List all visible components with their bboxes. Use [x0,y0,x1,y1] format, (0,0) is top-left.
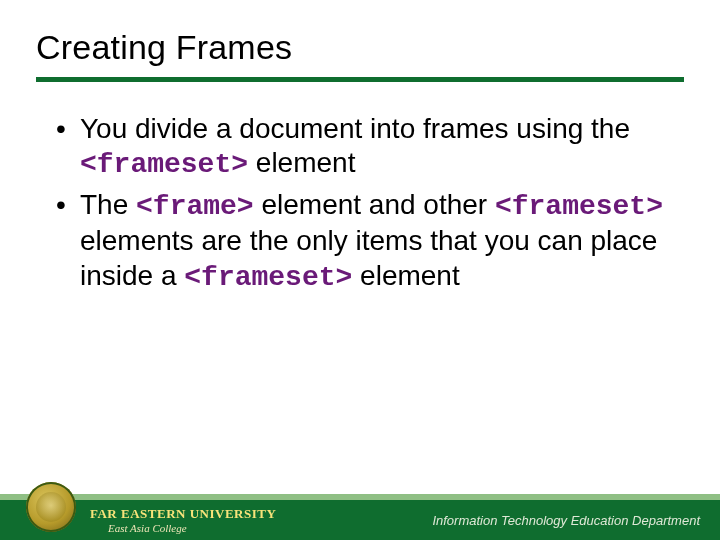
slide: Creating Frames You divide a document in… [0,0,720,540]
code-token: <frameset> [184,262,352,293]
text-run: You divide a document into frames using … [80,113,630,144]
title-wrap: Creating Frames [0,0,720,67]
university-seal-icon [26,482,76,532]
university-block: FAR EASTERN UNIVERSITY East Asia College [90,506,276,534]
footer: FAR EASTERN UNIVERSITY East Asia College… [0,480,720,540]
university-name: FAR EASTERN UNIVERSITY [90,506,276,522]
text-run: The [80,189,136,220]
code-token: <frameset> [80,149,248,180]
code-token: <frameset> [495,191,663,222]
department-name: Information Technology Education Departm… [432,513,700,528]
bullet-item: The <frame> element and other <frameset>… [56,188,664,294]
bullet-item: You divide a document into frames using … [56,112,664,182]
text-run: element [352,260,459,291]
text-run: element and other [254,189,495,220]
content-area: You divide a document into frames using … [0,82,720,295]
code-token: <frame> [136,191,254,222]
college-name: East Asia College [90,522,276,534]
bullet-list: You divide a document into frames using … [56,112,664,295]
text-run: element [248,147,355,178]
slide-title: Creating Frames [36,28,684,67]
